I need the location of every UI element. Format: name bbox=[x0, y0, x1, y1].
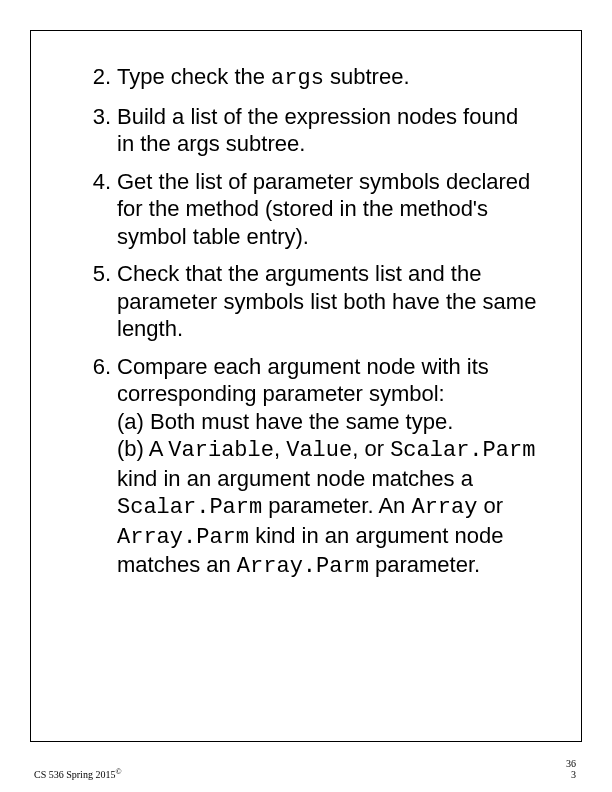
page: 2.Type check the args subtree.3.Build a … bbox=[0, 0, 612, 792]
item-number: 6. bbox=[81, 353, 117, 581]
item-body: Check that the arguments list and the pa… bbox=[117, 260, 541, 343]
item-body: Build a list of the expression nodes fou… bbox=[117, 103, 541, 158]
course-label: CS 536 Spring 2015 bbox=[34, 769, 115, 780]
item-body: Compare each argument node with its corr… bbox=[117, 353, 541, 581]
item-number: 2. bbox=[81, 63, 117, 93]
footer-left: CS 536 Spring 2015© bbox=[34, 767, 121, 780]
list-item: 6.Compare each argument node with its co… bbox=[81, 353, 541, 581]
item-body: Type check the args subtree. bbox=[117, 63, 541, 93]
ordered-list: 2.Type check the args subtree.3.Build a … bbox=[81, 63, 541, 581]
content-frame: 2.Type check the args subtree.3.Build a … bbox=[30, 30, 582, 742]
item-body: Get the list of parameter symbols declar… bbox=[117, 168, 541, 251]
page-number-bottom: 3 bbox=[566, 769, 576, 780]
list-item: 2.Type check the args subtree. bbox=[81, 63, 541, 93]
page-number-top: 36 bbox=[566, 758, 576, 769]
list-item: 3.Build a list of the expression nodes f… bbox=[81, 103, 541, 158]
list-item: 4.Get the list of parameter symbols decl… bbox=[81, 168, 541, 251]
footer-right: 36 3 bbox=[566, 758, 576, 780]
list-item: 5.Check that the arguments list and the … bbox=[81, 260, 541, 343]
item-number: 5. bbox=[81, 260, 117, 343]
item-number: 3. bbox=[81, 103, 117, 158]
copyright-symbol: © bbox=[115, 767, 121, 776]
item-number: 4. bbox=[81, 168, 117, 251]
